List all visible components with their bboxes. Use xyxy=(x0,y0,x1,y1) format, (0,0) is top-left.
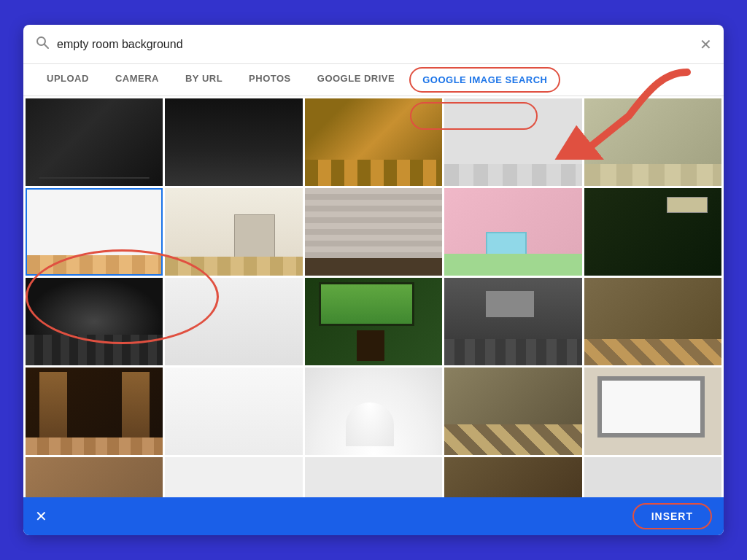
image-grid xyxy=(23,96,724,497)
image-cell[interactable] xyxy=(165,368,302,455)
image-cell[interactable] xyxy=(444,278,581,365)
insert-image-dialog: ✕ UPLOAD CAMERA BY URL PHOTOS GOOGLE DRI… xyxy=(23,25,724,535)
tab-upload[interactable]: UPLOAD xyxy=(35,64,101,96)
image-cell[interactable] xyxy=(165,98,302,186)
image-cell-selected[interactable] xyxy=(26,188,163,276)
image-cell[interactable] xyxy=(26,98,163,186)
image-cell[interactable] xyxy=(584,188,721,276)
image-cell[interactable] xyxy=(305,278,442,365)
dialog-close-button[interactable]: ✕ xyxy=(700,36,712,53)
image-cell[interactable] xyxy=(305,188,442,276)
image-cell[interactable] xyxy=(584,457,721,497)
image-cell[interactable] xyxy=(444,98,581,186)
image-cell[interactable] xyxy=(444,188,581,276)
image-cell[interactable] xyxy=(444,457,581,497)
search-bar: ✕ xyxy=(23,25,724,64)
tab-photos[interactable]: PHOTOS xyxy=(237,64,303,96)
search-input[interactable] xyxy=(57,38,692,51)
image-cell[interactable] xyxy=(26,278,163,365)
image-cell[interactable] xyxy=(584,98,721,186)
tab-googleimagesearch[interactable]: GOOGLE IMAGE SEARCH xyxy=(409,67,560,93)
image-cell[interactable] xyxy=(165,457,302,497)
image-cell[interactable] xyxy=(444,368,581,455)
svg-line-1 xyxy=(44,44,48,48)
image-cell[interactable] xyxy=(165,188,302,276)
image-cell[interactable] xyxy=(305,368,442,455)
image-cell[interactable] xyxy=(26,368,163,455)
tab-bar: UPLOAD CAMERA BY URL PHOTOS GOOGLE DRIVE… xyxy=(23,64,724,96)
close-icon: ✕ xyxy=(700,36,712,52)
image-cell[interactable] xyxy=(584,278,721,365)
image-cell[interactable] xyxy=(26,457,163,497)
image-cell[interactable] xyxy=(305,457,442,497)
image-cell[interactable] xyxy=(305,98,442,186)
close-icon: ✕ xyxy=(35,508,47,524)
tab-camera[interactable]: CAMERA xyxy=(104,64,171,96)
tab-googledrive[interactable]: GOOGLE DRIVE xyxy=(306,64,406,96)
footer-close-button[interactable]: ✕ xyxy=(35,508,47,525)
image-cell[interactable] xyxy=(165,278,302,365)
tab-byurl[interactable]: BY URL xyxy=(174,64,234,96)
insert-button[interactable]: INSERT xyxy=(632,503,712,529)
image-grid-container[interactable] xyxy=(23,96,724,497)
footer-bar: ✕ INSERT xyxy=(23,497,724,535)
image-cell[interactable] xyxy=(584,368,721,455)
search-icon xyxy=(35,35,50,53)
